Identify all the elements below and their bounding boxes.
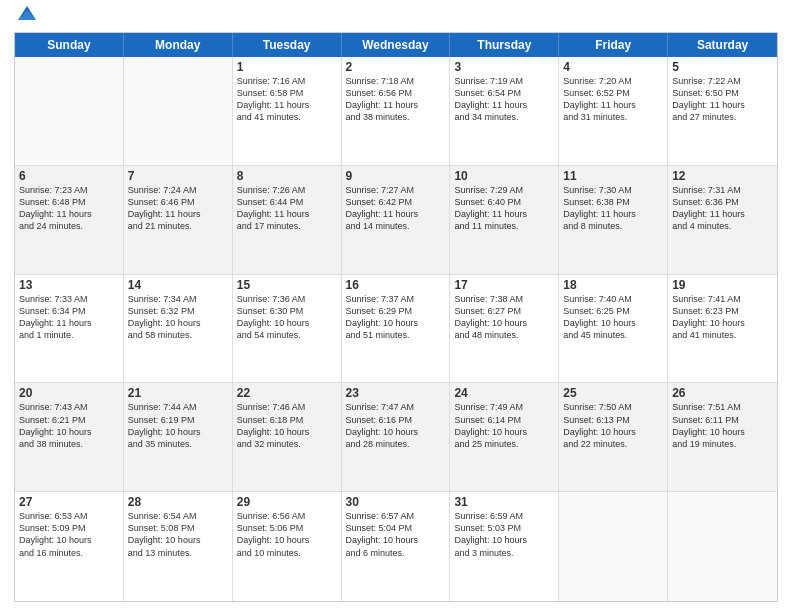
calendar-cell-5-1: 27Sunrise: 6:53 AMSunset: 5:09 PMDayligh… — [15, 492, 124, 601]
calendar-cell-2-5: 10Sunrise: 7:29 AMSunset: 6:40 PMDayligh… — [450, 166, 559, 274]
header-day-tuesday: Tuesday — [233, 33, 342, 57]
calendar-cell-2-4: 9Sunrise: 7:27 AMSunset: 6:42 PMDaylight… — [342, 166, 451, 274]
day-number: 29 — [237, 495, 337, 509]
page-header — [14, 10, 778, 24]
calendar-cell-1-2 — [124, 57, 233, 165]
day-number: 22 — [237, 386, 337, 400]
calendar-cell-1-3: 1Sunrise: 7:16 AMSunset: 6:58 PMDaylight… — [233, 57, 342, 165]
calendar-cell-2-2: 7Sunrise: 7:24 AMSunset: 6:46 PMDaylight… — [124, 166, 233, 274]
header-day-monday: Monday — [124, 33, 233, 57]
calendar-cell-5-2: 28Sunrise: 6:54 AMSunset: 5:08 PMDayligh… — [124, 492, 233, 601]
calendar-cell-2-3: 8Sunrise: 7:26 AMSunset: 6:44 PMDaylight… — [233, 166, 342, 274]
cell-info: Sunrise: 7:29 AMSunset: 6:40 PMDaylight:… — [454, 184, 554, 233]
day-number: 24 — [454, 386, 554, 400]
calendar-row-4: 20Sunrise: 7:43 AMSunset: 6:21 PMDayligh… — [15, 383, 777, 492]
day-number: 1 — [237, 60, 337, 74]
calendar-cell-3-6: 18Sunrise: 7:40 AMSunset: 6:25 PMDayligh… — [559, 275, 668, 383]
calendar-cell-1-6: 4Sunrise: 7:20 AMSunset: 6:52 PMDaylight… — [559, 57, 668, 165]
day-number: 14 — [128, 278, 228, 292]
calendar-cell-2-1: 6Sunrise: 7:23 AMSunset: 6:48 PMDaylight… — [15, 166, 124, 274]
day-number: 18 — [563, 278, 663, 292]
cell-info: Sunrise: 6:53 AMSunset: 5:09 PMDaylight:… — [19, 510, 119, 559]
cell-info: Sunrise: 7:49 AMSunset: 6:14 PMDaylight:… — [454, 401, 554, 450]
cell-info: Sunrise: 7:24 AMSunset: 6:46 PMDaylight:… — [128, 184, 228, 233]
day-number: 17 — [454, 278, 554, 292]
cell-info: Sunrise: 7:36 AMSunset: 6:30 PMDaylight:… — [237, 293, 337, 342]
cell-info: Sunrise: 7:34 AMSunset: 6:32 PMDaylight:… — [128, 293, 228, 342]
day-number: 2 — [346, 60, 446, 74]
day-number: 12 — [672, 169, 773, 183]
cell-info: Sunrise: 7:19 AMSunset: 6:54 PMDaylight:… — [454, 75, 554, 124]
logo — [14, 10, 38, 24]
cell-info: Sunrise: 7:43 AMSunset: 6:21 PMDaylight:… — [19, 401, 119, 450]
cell-info: Sunrise: 6:57 AMSunset: 5:04 PMDaylight:… — [346, 510, 446, 559]
calendar-cell-1-4: 2Sunrise: 7:18 AMSunset: 6:56 PMDaylight… — [342, 57, 451, 165]
cell-info: Sunrise: 7:20 AMSunset: 6:52 PMDaylight:… — [563, 75, 663, 124]
day-number: 9 — [346, 169, 446, 183]
cell-info: Sunrise: 7:51 AMSunset: 6:11 PMDaylight:… — [672, 401, 773, 450]
calendar-header: SundayMondayTuesdayWednesdayThursdayFrid… — [15, 33, 777, 57]
cell-info: Sunrise: 7:30 AMSunset: 6:38 PMDaylight:… — [563, 184, 663, 233]
calendar-cell-1-1 — [15, 57, 124, 165]
calendar-cell-4-5: 24Sunrise: 7:49 AMSunset: 6:14 PMDayligh… — [450, 383, 559, 491]
day-number: 8 — [237, 169, 337, 183]
header-day-sunday: Sunday — [15, 33, 124, 57]
day-number: 28 — [128, 495, 228, 509]
calendar-cell-3-5: 17Sunrise: 7:38 AMSunset: 6:27 PMDayligh… — [450, 275, 559, 383]
cell-info: Sunrise: 7:26 AMSunset: 6:44 PMDaylight:… — [237, 184, 337, 233]
calendar-cell-4-2: 21Sunrise: 7:44 AMSunset: 6:19 PMDayligh… — [124, 383, 233, 491]
cell-info: Sunrise: 7:40 AMSunset: 6:25 PMDaylight:… — [563, 293, 663, 342]
calendar-cell-3-3: 15Sunrise: 7:36 AMSunset: 6:30 PMDayligh… — [233, 275, 342, 383]
day-number: 31 — [454, 495, 554, 509]
cell-info: Sunrise: 7:41 AMSunset: 6:23 PMDaylight:… — [672, 293, 773, 342]
calendar-cell-3-7: 19Sunrise: 7:41 AMSunset: 6:23 PMDayligh… — [668, 275, 777, 383]
day-number: 30 — [346, 495, 446, 509]
day-number: 3 — [454, 60, 554, 74]
day-number: 16 — [346, 278, 446, 292]
day-number: 13 — [19, 278, 119, 292]
day-number: 4 — [563, 60, 663, 74]
cell-info: Sunrise: 7:16 AMSunset: 6:58 PMDaylight:… — [237, 75, 337, 124]
cell-info: Sunrise: 7:44 AMSunset: 6:19 PMDaylight:… — [128, 401, 228, 450]
day-number: 11 — [563, 169, 663, 183]
calendar-row-2: 6Sunrise: 7:23 AMSunset: 6:48 PMDaylight… — [15, 166, 777, 275]
calendar-cell-5-6 — [559, 492, 668, 601]
cell-info: Sunrise: 7:23 AMSunset: 6:48 PMDaylight:… — [19, 184, 119, 233]
svg-marker-1 — [18, 10, 36, 20]
calendar-cell-3-2: 14Sunrise: 7:34 AMSunset: 6:32 PMDayligh… — [124, 275, 233, 383]
calendar-cell-4-6: 25Sunrise: 7:50 AMSunset: 6:13 PMDayligh… — [559, 383, 668, 491]
calendar-cell-4-7: 26Sunrise: 7:51 AMSunset: 6:11 PMDayligh… — [668, 383, 777, 491]
cell-info: Sunrise: 7:33 AMSunset: 6:34 PMDaylight:… — [19, 293, 119, 342]
day-number: 6 — [19, 169, 119, 183]
day-number: 15 — [237, 278, 337, 292]
day-number: 10 — [454, 169, 554, 183]
calendar-cell-1-7: 5Sunrise: 7:22 AMSunset: 6:50 PMDaylight… — [668, 57, 777, 165]
calendar-cell-2-6: 11Sunrise: 7:30 AMSunset: 6:38 PMDayligh… — [559, 166, 668, 274]
calendar-cell-4-3: 22Sunrise: 7:46 AMSunset: 6:18 PMDayligh… — [233, 383, 342, 491]
calendar: SundayMondayTuesdayWednesdayThursdayFrid… — [14, 32, 778, 602]
cell-info: Sunrise: 7:31 AMSunset: 6:36 PMDaylight:… — [672, 184, 773, 233]
day-number: 26 — [672, 386, 773, 400]
header-day-saturday: Saturday — [668, 33, 777, 57]
day-number: 27 — [19, 495, 119, 509]
calendar-cell-3-1: 13Sunrise: 7:33 AMSunset: 6:34 PMDayligh… — [15, 275, 124, 383]
header-day-thursday: Thursday — [450, 33, 559, 57]
cell-info: Sunrise: 6:54 AMSunset: 5:08 PMDaylight:… — [128, 510, 228, 559]
day-number: 20 — [19, 386, 119, 400]
calendar-cell-1-5: 3Sunrise: 7:19 AMSunset: 6:54 PMDaylight… — [450, 57, 559, 165]
calendar-cell-5-4: 30Sunrise: 6:57 AMSunset: 5:04 PMDayligh… — [342, 492, 451, 601]
calendar-cell-4-1: 20Sunrise: 7:43 AMSunset: 6:21 PMDayligh… — [15, 383, 124, 491]
calendar-row-1: 1Sunrise: 7:16 AMSunset: 6:58 PMDaylight… — [15, 57, 777, 166]
header-day-friday: Friday — [559, 33, 668, 57]
cell-info: Sunrise: 6:59 AMSunset: 5:03 PMDaylight:… — [454, 510, 554, 559]
cell-info: Sunrise: 7:18 AMSunset: 6:56 PMDaylight:… — [346, 75, 446, 124]
cell-info: Sunrise: 7:27 AMSunset: 6:42 PMDaylight:… — [346, 184, 446, 233]
calendar-cell-2-7: 12Sunrise: 7:31 AMSunset: 6:36 PMDayligh… — [668, 166, 777, 274]
cell-info: Sunrise: 7:37 AMSunset: 6:29 PMDaylight:… — [346, 293, 446, 342]
cell-info: Sunrise: 7:46 AMSunset: 6:18 PMDaylight:… — [237, 401, 337, 450]
calendar-row-3: 13Sunrise: 7:33 AMSunset: 6:34 PMDayligh… — [15, 275, 777, 384]
day-number: 7 — [128, 169, 228, 183]
day-number: 5 — [672, 60, 773, 74]
cell-info: Sunrise: 6:56 AMSunset: 5:06 PMDaylight:… — [237, 510, 337, 559]
calendar-row-5: 27Sunrise: 6:53 AMSunset: 5:09 PMDayligh… — [15, 492, 777, 601]
